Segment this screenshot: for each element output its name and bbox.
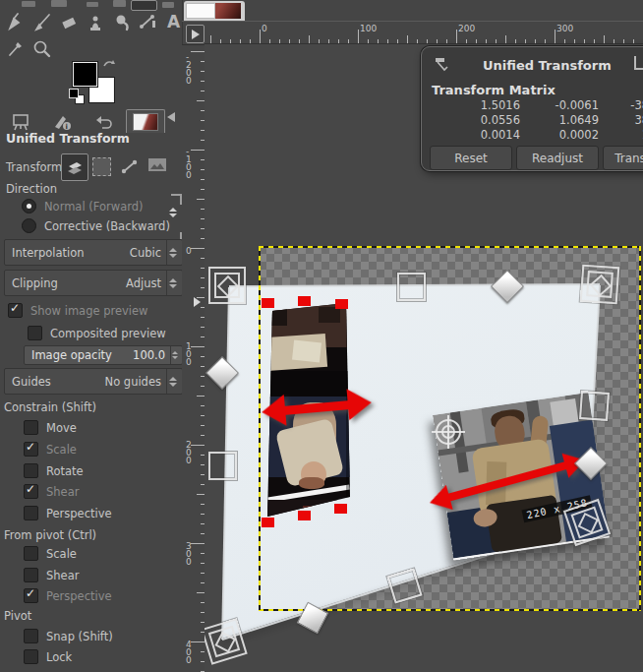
vruler-label: -200 (186, 53, 194, 85)
constrain-scale-checkbox[interactable]: Scale (24, 442, 77, 457)
vertical-ruler[interactable]: -200 -100 0 100 200 300 400 (182, 44, 205, 672)
default-colors-icon[interactable] (69, 89, 82, 101)
vruler-label: 200 (186, 441, 194, 464)
from-pivot-scale-checkbox[interactable]: Scale (24, 546, 77, 561)
from-pivot-perspective-checkbox[interactable]: Perspective (24, 588, 112, 603)
tab-undo-history[interactable] (85, 110, 122, 133)
hruler-label: 100 (360, 24, 377, 33)
horizontal-ruler[interactable]: 0 100 200 300 (205, 22, 643, 44)
radio-icon[interactable] (22, 218, 36, 233)
gimp-window: A i Unified Transform Transform: (0, 0, 643, 672)
clipping-value: Adjust (126, 276, 161, 290)
transform-selection-button[interactable] (92, 157, 111, 176)
matrix-cell: 1.0 (599, 128, 643, 143)
guides-label: Guides (12, 375, 51, 389)
swap-colors-icon[interactable] (101, 58, 117, 75)
transform-button[interactable]: Transform (603, 146, 643, 170)
pivot-snap-checkbox[interactable]: Snap (Shift) (24, 629, 113, 643)
from-pivot-shear-checkbox[interactable]: Shear (24, 568, 79, 582)
toolbox-panel: A i Unified Transform Transform: (0, 0, 183, 672)
transform-target-label: Transform: (6, 160, 66, 174)
from-pivot-shear-label: Shear (46, 569, 79, 582)
spinner-icon[interactable] (166, 240, 178, 265)
checkbox-icon[interactable] (24, 506, 38, 520)
transform-path-button[interactable] (119, 155, 141, 180)
checkbox-icon[interactable] (24, 546, 38, 561)
clipped-tool-icon (87, 2, 98, 7)
spinner-icon[interactable] (166, 271, 178, 295)
constrain-perspective-label: Perspective (46, 507, 112, 520)
vruler-label: -100 (186, 148, 194, 179)
transform-handle-edge-left[interactable] (208, 452, 237, 480)
constrain-move-checkbox[interactable]: Move (24, 420, 77, 435)
checkbox-icon[interactable] (24, 420, 38, 435)
collapse-dock-icon[interactable] (167, 112, 175, 122)
from-pivot-header: From pivot (Ctrl) (4, 528, 96, 542)
composited-preview-label: Composited preview (50, 327, 166, 340)
tab-image-thumbnail[interactable] (126, 109, 165, 133)
direction-normal-radio[interactable]: Normal (Forward) (22, 199, 144, 214)
checkbox-icon[interactable] (28, 326, 42, 340)
clone-tool-icon[interactable] (83, 9, 108, 34)
zoom-tool-icon[interactable] (29, 36, 55, 62)
interpolation-dropdown[interactable]: Interpolation Cubic (4, 239, 183, 266)
checkbox-icon[interactable] (24, 463, 38, 478)
transform-image-button[interactable] (146, 156, 168, 177)
spinner-icon[interactable] (166, 369, 178, 394)
canvas-menu-button[interactable] (186, 25, 205, 43)
guides-dropdown[interactable]: Guides No guides (4, 368, 183, 395)
show-image-preview-checkbox[interactable]: Show image preview (8, 303, 148, 318)
direction-label: Direction (6, 182, 57, 196)
tab-device-status[interactable]: i (43, 110, 81, 133)
constrain-perspective-checkbox[interactable]: Perspective (24, 506, 112, 520)
transform-handle-corner-top-right[interactable] (580, 265, 620, 305)
constrain-scale-label: Scale (46, 443, 77, 457)
matrix-cell: -38.7 (599, 98, 643, 113)
checkbox-icon[interactable] (24, 442, 38, 457)
checkbox-icon[interactable] (24, 484, 38, 499)
smudge-tool-icon[interactable] (109, 9, 135, 34)
pivot-snap-label: Snap (Shift) (46, 630, 113, 643)
ink-tool-icon[interactable] (3, 9, 29, 34)
dialog-title: Unified Transform (483, 58, 612, 73)
checkbox-icon[interactable] (24, 649, 38, 664)
foreground-color-swatch[interactable] (72, 61, 98, 88)
composited-preview-checkbox[interactable]: Composited preview (28, 326, 166, 340)
unified-transform-dialog: Unified Transform Transform Matrix 1.501… (421, 46, 643, 171)
transform-pivot-handle[interactable] (436, 419, 461, 445)
constrain-shear-checkbox[interactable]: Shear (24, 484, 79, 499)
swap-direction-icon[interactable] (169, 208, 177, 217)
matrix-cell: 1.5016 (430, 98, 520, 113)
direction-normal-label: Normal (Forward) (44, 200, 144, 214)
radio-icon[interactable] (22, 199, 36, 214)
image-tab[interactable] (184, 1, 245, 21)
transform-handle-edge-right[interactable] (579, 391, 610, 421)
interpolation-label: Interpolation (12, 246, 85, 260)
transform-layer-button[interactable] (61, 153, 88, 181)
paintbrush-tool-icon[interactable] (29, 9, 55, 34)
color-picker-tool-icon[interactable] (3, 36, 29, 62)
transform-handle-corner-top-left[interactable] (208, 267, 246, 304)
image-tab-thumbnail-photo (215, 3, 241, 19)
tab-tool-options[interactable] (2, 110, 39, 133)
checkbox-icon[interactable] (24, 588, 38, 603)
transform-handle-edge-top[interactable] (397, 273, 426, 301)
play-triangle-icon (192, 30, 200, 39)
pivot-lock-checkbox[interactable]: Lock (24, 649, 72, 664)
clipping-dropdown[interactable]: Clipping Adjust (4, 270, 183, 296)
image-opacity-slider[interactable]: Image opacity 100.0 (24, 345, 183, 365)
checkbox-icon[interactable] (24, 568, 38, 582)
checkbox-icon[interactable] (8, 303, 23, 318)
spinner-icon[interactable] (170, 346, 178, 364)
red-marker (298, 296, 311, 306)
paths-tool-icon[interactable] (136, 9, 161, 34)
constrain-rotate-checkbox[interactable]: Rotate (24, 463, 84, 478)
eraser-tool-icon[interactable] (56, 9, 82, 34)
readjust-button[interactable]: Readjust (516, 146, 599, 170)
constrain-move-label: Move (46, 421, 77, 435)
direction-corrective-radio[interactable]: Corrective (Backward) (22, 218, 170, 233)
hruler-label: 0 (262, 24, 267, 33)
reset-button[interactable]: Reset (430, 146, 512, 170)
checkbox-icon[interactable] (24, 629, 38, 643)
clipped-tool-icon (51, 0, 67, 7)
